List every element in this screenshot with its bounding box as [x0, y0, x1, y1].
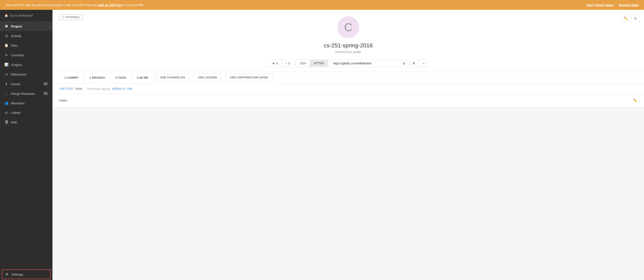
repo-url-group: ⧉	[330, 60, 408, 67]
activity-icon: ◎	[4, 34, 8, 38]
issues-badge: 0	[43, 82, 48, 86]
download-button[interactable]: ⬇	[410, 59, 418, 67]
go-to-dashboard[interactable]: 🏠 Go to dashboard	[0, 10, 52, 21]
sidebar: 🏠 Go to dashboard ⊞ Project ◎ Activity 📋…	[0, 10, 52, 280]
issues-icon: ℹ	[4, 82, 8, 86]
shield-icon: 🛡	[62, 15, 65, 19]
visibility-badge: 🛡 INTERNAL	[59, 14, 83, 20]
commit-hash[interactable]: 2d475c8f	[59, 87, 74, 90]
sidebar-item-project[interactable]: ⊞ Project	[0, 21, 52, 31]
files-icon: 📋	[4, 43, 8, 47]
plus-icon: +	[423, 62, 425, 65]
repo-url-input[interactable]	[330, 60, 400, 67]
repo-actions: ★ 0 ⑂ 0 SSH HTTPS ⧉	[268, 59, 428, 67]
copy-icon: ⧉	[403, 62, 405, 65]
size-stat: 0.08 MB	[132, 72, 154, 83]
header-actions: ✏️	[622, 14, 640, 22]
more-button[interactable]: +	[420, 59, 428, 67]
fork-button[interactable]: ⑂ 0	[282, 60, 294, 67]
commit-author[interactable]: William R. Otte	[112, 87, 132, 90]
commit-message: Inital.	[76, 87, 83, 90]
sidebar-item-merge-requests[interactable]: ⋮ Merge Requests 0	[0, 89, 52, 98]
edit-readme-button[interactable]: ✏️	[633, 98, 638, 103]
download-icon: ⬇	[412, 61, 415, 65]
banner-message: You won't be able to pull or push projec…	[5, 3, 144, 7]
edit-project-button[interactable]: ✏️	[622, 14, 630, 22]
branch-stat[interactable]: 1 BRANCH	[84, 72, 110, 83]
add-contribution-button[interactable]: ADD CONTRIBUTION GUIDE	[226, 74, 272, 81]
add-ssh-key-link[interactable]: add an SSH key	[98, 3, 123, 7]
main-content: 🛡 INTERNAL ✏️ C cs-251-spring-2016 Forke…	[52, 10, 644, 280]
home-icon: 🏠	[4, 14, 8, 17]
star-button[interactable]: ★ 0	[269, 60, 282, 67]
merge-icon: ⋮	[4, 91, 8, 95]
banner-actions: Don't show again | Remind later	[584, 3, 639, 7]
commit-time: 28 minutes ago by	[87, 87, 110, 90]
commits-stat[interactable]: 1 COMMIT	[59, 72, 84, 83]
sidebar-item-commits[interactable]: ↻ Commits	[0, 50, 52, 60]
add-license-button[interactable]: ADD LICENSE	[194, 74, 221, 81]
copy-url-button[interactable]: ⧉	[400, 60, 408, 67]
readme-section: Hello! ✏️	[52, 94, 644, 107]
readme-content: Hello!	[59, 98, 67, 102]
project-fork: Forked from wrotte	[335, 50, 361, 54]
latest-commit: 2d475c8f Inital. · 28 minutes ago by Wil…	[52, 83, 644, 94]
rss-button[interactable]	[631, 14, 640, 22]
protocol-selector: SSH HTTPS	[295, 60, 328, 67]
members-icon: 👥	[4, 101, 8, 105]
project-icon: ⊞	[4, 24, 8, 28]
stats-bar: 1 COMMIT 1 BRANCH 0 TAGS 0.08 MB ADD CHA…	[52, 72, 644, 83]
sidebar-item-issues[interactable]: ℹ Issues 0	[0, 79, 52, 89]
add-changelog-button[interactable]: ADD CHANGELOG	[156, 74, 189, 81]
milestones-icon: ◷	[4, 72, 8, 76]
sidebar-item-activity[interactable]: ◎ Activity	[0, 31, 52, 41]
project-header: 🛡 INTERNAL ✏️ C cs-251-spring-2016 Forke…	[52, 10, 644, 72]
https-button[interactable]: HTTPS	[310, 60, 328, 67]
sidebar-item-members[interactable]: 👥 Members	[0, 98, 52, 108]
settings-icon: ⚙	[5, 272, 9, 276]
graphs-icon: 📊	[4, 63, 8, 67]
sidebar-item-milestones[interactable]: ◷ Milestones	[0, 69, 52, 79]
project-avatar: C	[337, 16, 359, 38]
project-name: cs-251-spring-2016	[324, 42, 373, 49]
ssh-warning-banner: You won't be able to pull or push projec…	[0, 0, 644, 10]
sidebar-item-wiki[interactable]: 📓 Wiki	[0, 117, 52, 127]
labels-icon: 🏷	[4, 111, 8, 114]
commits-icon: ↻	[4, 53, 8, 57]
dont-show-again-link[interactable]: Don't show again	[586, 3, 614, 7]
wiki-icon: 📓	[4, 120, 8, 124]
ssh-button[interactable]: SSH	[296, 60, 310, 67]
fork-icon: ⑂	[285, 62, 287, 65]
merge-badge: 0	[43, 92, 48, 95]
sidebar-item-settings[interactable]: ⚙ Settings Settings	[2, 270, 51, 279]
sidebar-item-graphs[interactable]: 📊 Graphs	[0, 60, 52, 69]
star-fork-group: ★ 0 ⑂ 0	[268, 60, 294, 67]
remind-later-link[interactable]: Remind later	[619, 3, 639, 7]
star-icon: ★	[272, 62, 275, 65]
tags-stat[interactable]: 0 TAGS	[110, 72, 132, 83]
sidebar-item-files[interactable]: 📋 Files	[0, 41, 52, 50]
sidebar-item-labels[interactable]: 🏷 Labels	[0, 108, 52, 117]
